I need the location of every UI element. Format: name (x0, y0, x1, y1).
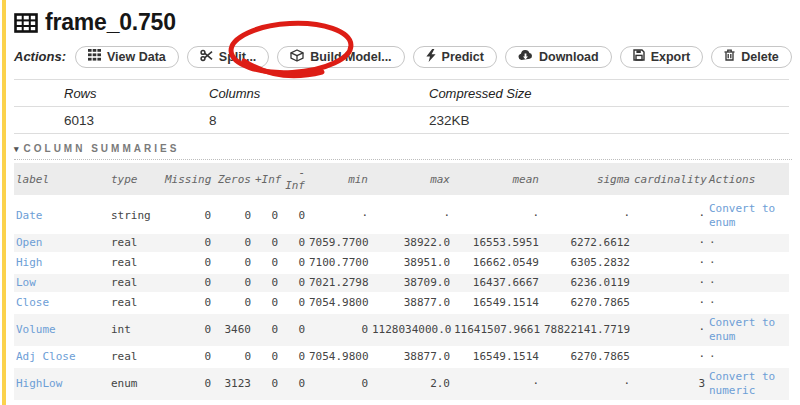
convert-action[interactable]: · (709, 296, 716, 309)
columns-value: 8 (209, 107, 429, 134)
cell-missing: 0 (163, 273, 213, 293)
compressed-size-header: Compressed Size (429, 80, 789, 107)
cell-max: 1128034000.0 (370, 313, 452, 347)
cell-minus-inf: 0 (280, 198, 307, 234)
convert-action[interactable]: · (709, 236, 716, 249)
cell-max: 2.0 (370, 367, 452, 401)
col-header-actions: Actions (707, 163, 789, 198)
cell-sigma: 6305.2832 (541, 253, 632, 273)
cell-label: Open (14, 233, 109, 253)
cell-mean: 16662.0549 (452, 253, 541, 273)
trash-icon (724, 49, 735, 64)
col-header-missing: Missing (163, 163, 213, 198)
column-summary-row: Low real 0 0 0 0 7021.2798 38709.0 16437… (14, 273, 789, 293)
lightning-icon (426, 49, 436, 65)
cell-zeros: 3123 (213, 367, 253, 401)
cell-missing: 0 (163, 198, 213, 234)
cell-plus-inf: 0 (253, 198, 280, 234)
cell-label: Date (14, 198, 109, 234)
actions-bar: Actions: View Data Split... (14, 45, 792, 68)
cell-cardinality: 3 (632, 367, 707, 401)
column-summaries-table: label type Missing Zeros +Inf - Inf min … (14, 163, 789, 402)
column-summaries-section-header[interactable]: ▾ COLUMN SUMMARIES (14, 143, 792, 160)
cell-minus-inf: 0 (280, 367, 307, 401)
col-header-cardinality: cardinality (632, 163, 707, 198)
cell-zeros: 0 (213, 233, 253, 253)
cell-actions: Convert to enum (707, 198, 789, 234)
cell-cardinality: · (632, 273, 707, 293)
columns-header: Columns (209, 80, 429, 107)
cell-max: 38877.0 (370, 293, 452, 313)
cell-sigma: 6270.7865 (541, 293, 632, 313)
frame-summary-value-row: 6013 8 232KB (14, 107, 789, 134)
columns-table-body: Date string 0 0 0 0 · · · · · Convert to… (14, 198, 789, 402)
title-row: frame_0.750 (14, 9, 792, 36)
split-button[interactable]: Split... (187, 46, 270, 68)
rows-header: Rows (14, 80, 209, 107)
cell-minus-inf: 0 (280, 253, 307, 273)
column-label-link[interactable]: High (16, 256, 43, 269)
cell-zeros: 0 (213, 347, 253, 367)
cell-cardinality: · (632, 233, 707, 253)
grid-icon (88, 49, 101, 64)
cell-sigma: 6236.0119 (541, 273, 632, 293)
column-label-link[interactable]: Date (16, 209, 43, 222)
column-label-link[interactable]: Close (16, 296, 49, 309)
col-header-max: max (370, 163, 452, 198)
column-label-link[interactable]: Volume (16, 323, 56, 336)
build-model-label: Build Model... (310, 50, 391, 64)
cell-cardinality: · (632, 293, 707, 313)
column-summary-row: Close real 0 0 0 0 7054.9800 38877.0 165… (14, 293, 789, 313)
convert-action[interactable]: · (709, 256, 716, 269)
column-label-link[interactable]: Adj Close (16, 350, 76, 363)
convert-action[interactable]: · (709, 350, 716, 363)
build-model-button[interactable]: Build Model... (277, 46, 404, 68)
convert-action[interactable]: · (709, 276, 716, 289)
cell-max: · (370, 198, 452, 234)
cell-missing: 0 (163, 313, 213, 347)
rows-value: 6013 (14, 107, 209, 134)
cell-zeros: 0 (213, 253, 253, 273)
cell-missing: 0 (163, 347, 213, 367)
convert-action[interactable]: Convert to enum (709, 202, 775, 229)
section-title: COLUMN SUMMARIES (24, 143, 180, 154)
cell-zeros: 0 (213, 293, 253, 313)
cell-sigma: · (541, 198, 632, 234)
cell-zeros: 3460 (213, 313, 253, 347)
cell-label: Volume (14, 313, 109, 347)
cell-max: 38922.0 (370, 233, 452, 253)
cell-missing: 0 (163, 253, 213, 273)
convert-action[interactable]: Convert to enum (709, 316, 775, 343)
compressed-size-value: 232KB (429, 107, 789, 134)
delete-button[interactable]: Delete (711, 46, 792, 68)
cell-mean: 16549.1514 (452, 347, 541, 367)
col-header-zeros: Zeros (213, 163, 253, 198)
columns-table-header-row: label type Missing Zeros +Inf - Inf min … (14, 163, 789, 198)
cell-minus-inf: 0 (280, 273, 307, 293)
column-summary-row: Volume int 0 3460 0 0 0 1128034000.0 116… (14, 313, 789, 347)
cell-zeros: 0 (213, 273, 253, 293)
cell-max: 38877.0 (370, 347, 452, 367)
cell-sigma: 6270.7865 (541, 347, 632, 367)
page-title: frame_0.750 (45, 9, 176, 36)
column-label-link[interactable]: Open (16, 236, 43, 249)
column-summary-row: HighLow enum 0 3123 0 0 0 2.0 · · 3 Conv… (14, 367, 789, 401)
cell-mean: · (452, 198, 541, 234)
convert-action[interactable]: Convert to numeric (709, 370, 775, 397)
cell-label: Low (14, 273, 109, 293)
col-header-type: type (109, 163, 163, 198)
column-label-link[interactable]: Low (16, 276, 36, 289)
view-data-button[interactable]: View Data (75, 46, 179, 68)
cell-min: 0 (307, 313, 370, 347)
view-data-label: View Data (107, 50, 166, 64)
col-header-label: label (14, 163, 109, 198)
export-button[interactable]: Export (620, 46, 704, 68)
column-label-link[interactable]: HighLow (16, 377, 62, 390)
predict-label: Predict (442, 50, 484, 64)
cell-type: real (109, 273, 163, 293)
predict-button[interactable]: Predict (413, 46, 497, 68)
cell-missing: 0 (163, 293, 213, 313)
cell-min: · (307, 198, 370, 234)
download-button[interactable]: Download (505, 46, 612, 68)
cell-minus-inf: 0 (280, 347, 307, 367)
